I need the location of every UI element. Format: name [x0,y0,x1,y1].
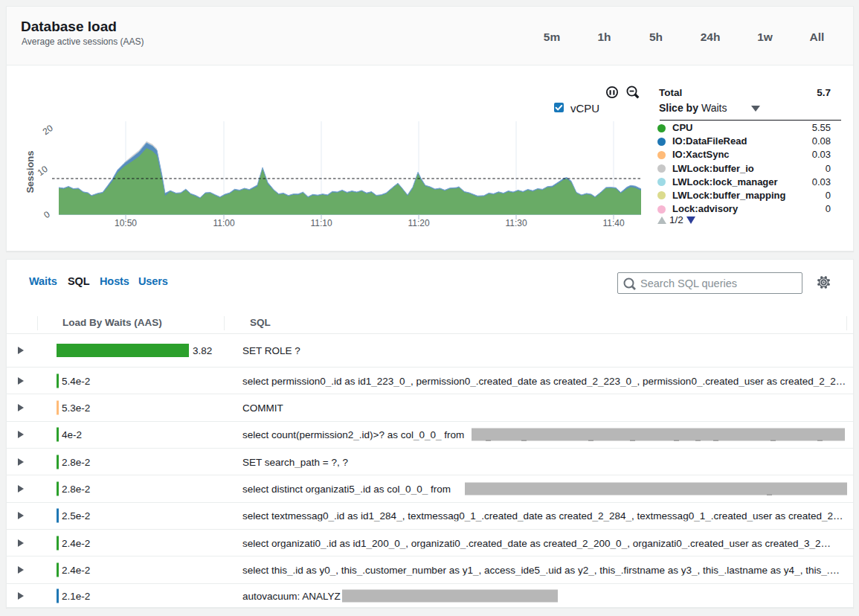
svg-text:Sessions: Sessions [25,150,36,193]
svg-text:11:10: 11:10 [310,218,332,228]
svg-text:11:00: 11:00 [213,218,234,228]
svg-text:11:30: 11:30 [505,218,527,228]
svg-text:10: 10 [36,164,50,178]
svg-text:0: 0 [42,209,52,220]
svg-text:11:40: 11:40 [602,218,624,228]
svg-text:10:50: 10:50 [115,218,137,228]
svg-text:11:20: 11:20 [408,218,429,228]
svg-text:20: 20 [41,123,55,137]
